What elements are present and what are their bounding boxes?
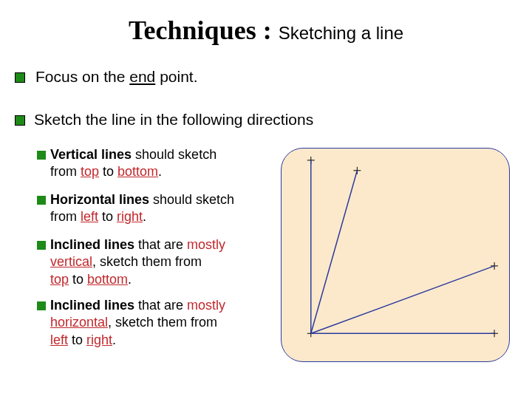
subbullet-icon [37,196,46,205]
diagram-svg [282,149,509,361]
title-sub: Sketching a line [279,23,403,43]
subbullet-icon [37,301,46,310]
line-directions-diagram [281,148,510,362]
bullet-1: Focus on the end point. [35,68,198,86]
svg-line-1 [311,171,358,333]
title-main: Techniques : [129,16,279,45]
sub-horizontal: Horizontal lines should sketch from left… [50,191,272,226]
bullet-1-pre: Focus on the [35,68,129,85]
sub-inclined-horizontal: Inclined lines that are mostly horizonta… [50,297,272,349]
sub-inclined-vertical: Inclined lines that are mostly vertical,… [50,236,272,288]
bullet-1-underline: end [129,68,155,85]
subbullet-icon [37,241,46,250]
bullet-2: Sketch the line in the following directi… [34,111,313,129]
bullet-1-post: point. [155,68,197,85]
slide-title: Techniques : Sketching a line [0,15,532,46]
bullet-icon [15,115,25,126]
sub-vertical: Vertical lines should sketch from top to… [50,146,272,181]
svg-line-2 [311,266,494,333]
bullet-icon [15,72,25,83]
subbullet-icon [37,151,46,160]
